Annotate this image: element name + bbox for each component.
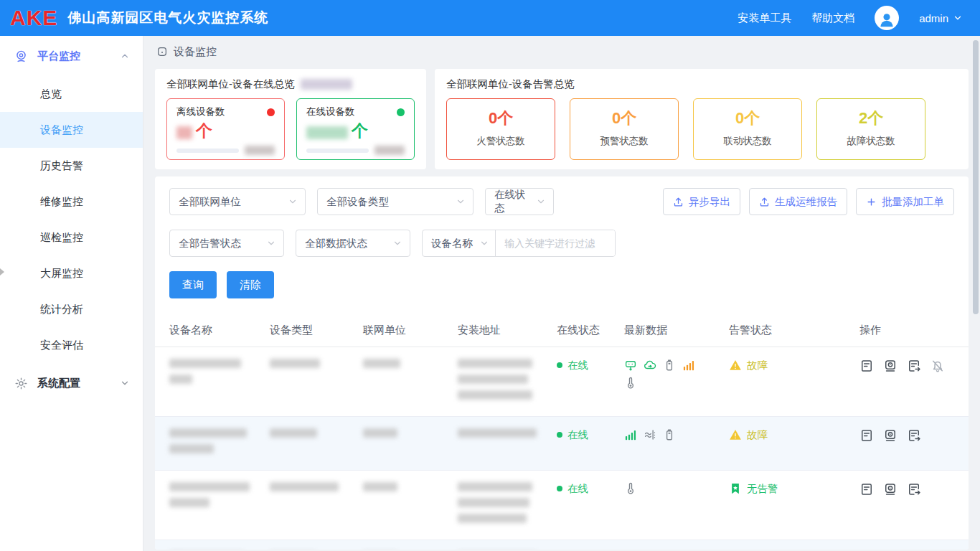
online-overview-card: 全部联网单位-设备在线总览 离线设备数 个 <box>155 69 426 169</box>
battery-icon <box>663 359 676 372</box>
table-row[interactable]: 在线无告警 <box>155 540 969 550</box>
sidebar-group-system[interactable]: 系统配置 <box>0 363 143 403</box>
redacted-percent <box>374 146 405 155</box>
cell-device-type <box>270 359 363 406</box>
table-row[interactable]: 在线故障 <box>155 417 969 471</box>
redacted-text <box>458 498 529 507</box>
cell-alarm-status: 故障 <box>729 428 859 460</box>
chevron-down-icon <box>392 238 402 248</box>
table-row[interactable]: 在线无告警 <box>155 471 969 540</box>
camera-button[interactable] <box>883 428 897 443</box>
main-content: 设备监控 全部联网单位-设备在线总览 离线设备数 <box>143 36 980 551</box>
alarm-card-linkage: 0个联动状态数 <box>693 98 802 160</box>
help-doc-link[interactable]: 帮助文档 <box>811 11 854 25</box>
sidebar-item-history-alarm[interactable]: 历史告警 <box>0 148 143 184</box>
vertical-scrollbar[interactable] <box>973 40 979 314</box>
filter-selects-1: 全部联网单位全部设备类型在线状态 <box>169 188 554 215</box>
redacted-text <box>169 498 209 507</box>
cloud-icon <box>644 359 656 372</box>
cell-device-name <box>169 359 270 406</box>
alarm-status-label: 故障 <box>747 359 768 372</box>
batch-workorder-button[interactable]: 批量添加工单 <box>856 188 954 215</box>
record-button[interactable] <box>859 428 874 443</box>
cell-online-status: 在线 <box>557 359 624 406</box>
sidebar-item-statistics[interactable]: 统计分析 <box>0 291 143 327</box>
cell-network-unit <box>363 482 458 529</box>
filter-select-unit[interactable]: 全部联网单位 <box>169 188 306 215</box>
plus-icon <box>866 197 877 207</box>
keyword-field-select[interactable]: 设备名称 <box>423 230 496 256</box>
online-overview-title-row: 全部联网单位-设备在线总览 <box>166 77 415 91</box>
camera-button[interactable] <box>883 359 897 373</box>
offline-device-card: 离线设备数 个 <box>166 98 285 160</box>
bookmark-icon <box>729 482 742 495</box>
cell-latest-data <box>624 428 707 460</box>
sidebar-item-screen-monitor[interactable]: 大屏监控 <box>0 255 143 291</box>
redacted-text <box>458 390 532 400</box>
alarm-card-label: 预警状态数 <box>600 135 649 148</box>
sidebar-collapse-handle[interactable] <box>0 268 4 276</box>
sidebar-item-repair-monitor[interactable]: 维修监控 <box>0 184 143 220</box>
column-header-3: 安装地址 <box>458 324 557 337</box>
online-progress-bar <box>306 149 369 153</box>
filter-select-device-type[interactable]: 全部设备类型 <box>317 188 473 215</box>
table-row[interactable]: 在线故障 <box>155 347 969 417</box>
clear-button[interactable]: 清除 <box>227 271 274 298</box>
keyword-input[interactable] <box>496 230 615 256</box>
filter-actions: 异步导出生成运维报告批量添加工单 <box>663 188 954 215</box>
user-avatar[interactable] <box>875 6 899 30</box>
bell-muted-button[interactable] <box>930 359 945 373</box>
sidebar-item-overview[interactable]: 总览 <box>0 76 143 112</box>
cell-network-unit <box>363 359 458 406</box>
online-status-label: 在线 <box>567 359 588 372</box>
query-button[interactable]: 查询 <box>169 271 217 298</box>
filter-select-label: 全部数据状态 <box>305 237 387 250</box>
redacted-count <box>306 126 348 139</box>
redacted-text <box>270 359 320 368</box>
camera-button[interactable] <box>883 482 897 496</box>
chevron-down-icon <box>266 238 276 248</box>
sidebar-item-device-monitor[interactable]: 设备监控 <box>0 112 143 148</box>
online-dot-icon <box>557 432 562 438</box>
batch-workorder-label: 批量添加工单 <box>882 195 944 209</box>
online-dot-icon <box>557 486 562 491</box>
sidebar-item-safety-eval[interactable]: 安全评估 <box>0 327 143 363</box>
redacted-text <box>458 482 532 491</box>
online-overview-cards: 离线设备数 个 在线设备 <box>166 98 415 160</box>
redacted-text <box>458 514 527 523</box>
cell-install-address <box>458 482 557 529</box>
filter-select-online-state[interactable]: 在线状态 <box>485 188 554 215</box>
workorder-button[interactable] <box>907 482 921 496</box>
record-button[interactable] <box>859 359 874 373</box>
alarm-count-value: 0 <box>489 109 497 127</box>
offline-device-label: 离线设备数 <box>176 105 225 118</box>
async-export-button[interactable]: 异步导出 <box>663 188 740 215</box>
cell-device-type <box>270 482 363 529</box>
alarm-count-unit: 个 <box>744 109 760 127</box>
sidebar-item-inspection-monitor[interactable]: 巡检监控 <box>0 220 143 255</box>
breadcrumb-label: 设备监控 <box>174 45 217 59</box>
workorder-button[interactable] <box>907 359 921 373</box>
online-status-dot-icon <box>397 108 405 116</box>
sidebar-group-platform[interactable]: 平台监控 <box>0 36 143 76</box>
filter-select-data-state[interactable]: 全部数据状态 <box>296 230 410 257</box>
user-menu[interactable]: admin <box>919 12 963 24</box>
online-device-card: 在线设备数 个 <box>296 98 415 160</box>
redacted-count <box>176 126 192 139</box>
offline-status-dot-icon <box>267 108 275 116</box>
chevron-down-icon <box>536 197 546 207</box>
cell-online-status: 在线 <box>557 428 624 460</box>
thermometer-icon <box>624 482 637 495</box>
upload-icon <box>759 197 770 207</box>
column-header-0: 设备名称 <box>169 324 270 337</box>
device-table-panel: 全部联网单位全部设备类型在线状态 异步导出生成运维报告批量添加工单 全部告警状态… <box>155 176 969 550</box>
workorder-button[interactable] <box>907 428 921 443</box>
record-button[interactable] <box>859 482 874 496</box>
gateway-icon <box>624 359 637 372</box>
install-tool-link[interactable]: 安装单工具 <box>738 11 791 25</box>
cell-device-name <box>169 428 270 460</box>
redacted-text <box>270 482 339 491</box>
gen-report-button[interactable]: 生成运维报告 <box>749 188 847 215</box>
filter-select-alarm-state[interactable]: 全部告警状态 <box>169 230 284 257</box>
redacted-text <box>363 428 397 438</box>
